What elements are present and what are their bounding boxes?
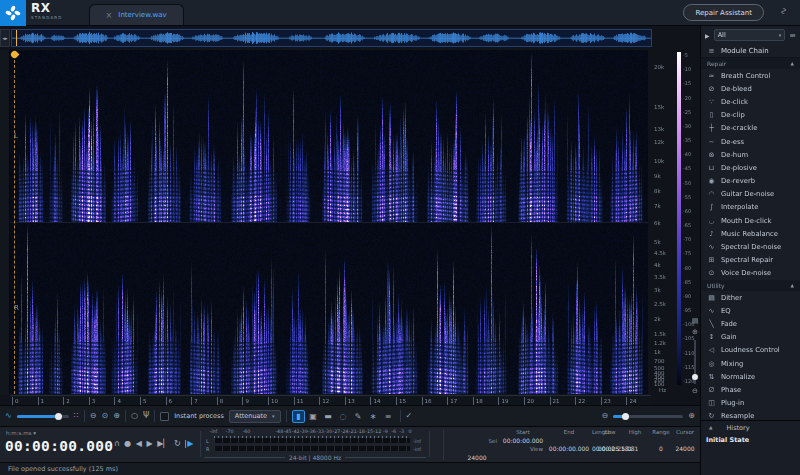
zoom-out-time-button[interactable]: ⊖ — [90, 412, 97, 420]
time-format-selector[interactable]: h:m:s.ms ▾ — [6, 430, 36, 436]
fft-grid-icon[interactable]: ▤ — [690, 316, 700, 327]
history-item-initial-state[interactable]: Initial State — [701, 434, 800, 446]
frequency-selection-tool[interactable]: ▬ — [322, 410, 335, 423]
eq-icon: ∿ — [707, 307, 716, 315]
hand-tool[interactable]: Ψ — [143, 412, 149, 420]
overview-waveform[interactable] — [11, 29, 652, 47]
spectrogram-view[interactable]: L R — [10, 50, 648, 394]
vertical-zoom-in-icon[interactable]: ⊕ — [690, 327, 700, 338]
time-display[interactable]: 00:00:00.000 — [5, 438, 113, 454]
overview-playhead[interactable] — [16, 30, 17, 46]
signal-flow-icon[interactable]: ∿ — [779, 7, 789, 15]
module-item-gain[interactable]: ↕Gain — [701, 331, 800, 344]
cell-view-4[interactable]: 24000 — [674, 445, 696, 452]
module-item-phase[interactable]: ∅Phase — [701, 383, 800, 396]
brush-selection-tool[interactable]: ✎ — [352, 410, 365, 423]
apply-check-button[interactable]: ✓ — [406, 412, 413, 420]
cell-view-3[interactable]: 0 — [648, 445, 674, 452]
vertical-zoom-control[interactable]: ▤ ⊕ ⊖ — [690, 316, 700, 404]
vertical-zoom-out-icon[interactable]: ⊖ — [690, 386, 700, 397]
section-header-repair[interactable]: Repair▲ — [701, 58, 800, 69]
repair-assistant-button[interactable]: Repair Assistant — [683, 4, 764, 21]
instant-process-checkbox[interactable] — [160, 412, 169, 421]
collapse-icon[interactable]: ▲ — [791, 283, 794, 288]
module-item-de-ess[interactable]: ∼De-ess — [701, 135, 800, 148]
time-ruler[interactable]: 0123456789101112131415161718192021222324 — [10, 395, 651, 405]
guitar-de-noise-icon: ◠ — [707, 190, 716, 198]
rewind-button[interactable]: ◀ — [136, 440, 142, 448]
horizontal-zoom-out-icon[interactable]: ⊖ — [602, 412, 609, 420]
time-frequency-selection-tool[interactable]: ▣ — [307, 410, 320, 423]
magnifier-tool[interactable]: ○ — [131, 412, 138, 420]
vertical-zoom-slider[interactable] — [694, 340, 696, 384]
module-item-de-reverb[interactable]: ◉De-reverb — [701, 175, 800, 188]
zoom-all-button[interactable]: ⊙ — [102, 412, 109, 420]
chevron-down-icon: ▾ — [272, 413, 275, 419]
module-item-de-hum[interactable]: ⊗De-hum — [701, 148, 800, 161]
section-header-utility[interactable]: Utility▲ — [701, 280, 800, 291]
module-item-mixing[interactable]: ◎Mixing — [701, 357, 800, 370]
ruler-tick: 21 — [550, 397, 560, 405]
module-item-eq[interactable]: ∿EQ — [701, 304, 800, 317]
collapse-icon[interactable]: ▲ — [709, 425, 712, 430]
spectrogram-canvas[interactable] — [10, 50, 648, 394]
module-item-dither[interactable]: ▤Dither — [701, 291, 800, 304]
ruler-tick: 5 — [140, 397, 147, 405]
preview-play-icon[interactable]: ▶ — [705, 32, 710, 39]
waveform-view-icon[interactable]: ∿ — [5, 412, 12, 420]
menu-icon[interactable]: ≡ — [789, 31, 796, 40]
module-item-breath-control[interactable]: ≈Breath Control — [701, 69, 800, 82]
module-item-normalize[interactable]: ⇅Normalize — [701, 370, 800, 383]
module-item-voice-de-noise[interactable]: ⊙Voice De-noise — [701, 267, 800, 280]
module-filter-dropdown[interactable]: All ▾ — [714, 29, 786, 41]
freq-label: 7k — [654, 203, 661, 209]
cell-view-0[interactable]: 00:00:00.000 — [546, 445, 592, 452]
playhead-line[interactable] — [14, 60, 15, 394]
loop-button[interactable]: ↻ — [174, 440, 181, 448]
vertical-zoom-handle[interactable] — [692, 374, 698, 380]
module-item-spectral-de-noise[interactable]: ∿Spectral De-noise — [701, 240, 800, 253]
module-item-guitar-de-noise[interactable]: ◠Guitar De-noise — [701, 188, 800, 201]
module-item-mouth-de-click[interactable]: ◡Mouth De-click — [701, 214, 800, 227]
collapse-icon[interactable]: ▲ — [791, 61, 794, 66]
time-selection-tool[interactable]: ▮ — [292, 410, 305, 423]
play-button[interactable]: ▶ — [147, 440, 153, 448]
module-item-spectral-repair[interactable]: ⊞Spectral Repair — [701, 254, 800, 267]
horizontal-zoom-in-icon[interactable]: ⊕ — [688, 412, 695, 420]
horizontal-zoom-slider[interactable] — [613, 415, 683, 418]
wand-selection-tool[interactable]: ∗ — [367, 410, 380, 423]
process-mode-dropdown[interactable]: Attenuate ▾ — [229, 410, 281, 423]
module-item-music-rebalance[interactable]: ♪Music Rebalance — [701, 227, 800, 240]
record-button[interactable]: ● — [124, 440, 131, 448]
module-item-de-bleed[interactable]: ⊘De-bleed — [701, 82, 800, 95]
tab-close-icon[interactable]: × — [106, 11, 113, 20]
module-chain-item[interactable]: ≡ Module Chain — [701, 44, 800, 58]
overview-scroll-handle[interactable]: ◂▸ — [0, 29, 10, 47]
fast-forward-button[interactable]: ▶▏ — [157, 440, 169, 448]
module-item-fade[interactable]: ╲Fade — [701, 317, 800, 330]
lasso-selection-tool[interactable]: ◌ — [337, 410, 350, 423]
module-item-de-click[interactable]: ∵De-click — [701, 95, 800, 108]
file-tab[interactable]: × Interview.wav — [89, 4, 184, 25]
find-similar-tool[interactable]: ≡ — [382, 410, 395, 423]
freq-label: 9k — [654, 173, 661, 179]
cell-view-5[interactable]: 24000 — [454, 454, 500, 461]
db-label: -45 — [683, 165, 691, 171]
module-item-interpolate[interactable]: ∫Interpolate — [701, 201, 800, 214]
waveform-spectrogram-blend-slider[interactable] — [17, 415, 69, 418]
cell-view-2[interactable]: 00:00:25.181 — [598, 445, 622, 452]
module-item-de-plosive[interactable]: ⊔De-plosive — [701, 161, 800, 174]
monitor-button[interactable]: ∩ — [114, 440, 120, 448]
module-item-plug-in[interactable]: ◫Plug-in — [701, 397, 800, 410]
module-item-de-crackle[interactable]: ┼De-crackle — [701, 122, 800, 135]
module-item-de-clip[interactable]: ▯De-clip — [701, 109, 800, 122]
spectrogram-view-icon[interactable]: ∷ — [74, 412, 79, 420]
zoom-selection-button[interactable]: ⊕ — [113, 412, 120, 420]
loop-selection-button[interactable]: ▶ — [185, 440, 193, 448]
module-item-resample[interactable]: ↻Resample — [701, 410, 800, 420]
history-header[interactable]: ▲ History — [701, 421, 800, 434]
db-label: -20 — [683, 95, 691, 101]
cell-sel-0[interactable]: 00:00:00.000 — [500, 437, 546, 444]
overview-waveform-canvas[interactable] — [12, 30, 651, 46]
module-item-loudness-control[interactable]: ◁Loudness Control — [701, 344, 800, 357]
